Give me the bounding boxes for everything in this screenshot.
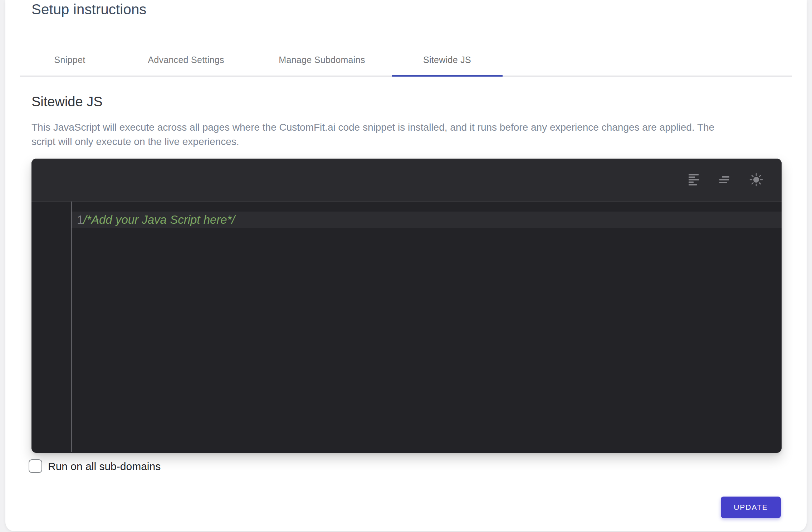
sitewide-js-code-editor: 1 ▾ /*Add your Java Script here*/ [31, 159, 782, 453]
code-input-area[interactable]: 1 ▾ /*Add your Java Script here*/ [31, 202, 782, 452]
align-right-icon[interactable] [719, 176, 729, 183]
setup-tabs: Snippet Advanced Settings Manage Subdoma… [20, 43, 792, 77]
line-number: 1 [31, 212, 84, 228]
editor-toolbar [31, 159, 782, 202]
page-title: Setup instructions [31, 1, 147, 18]
section-description-line-2: script will only execute on the live exp… [31, 135, 768, 149]
section-description: This JavaScript will execute across all … [31, 120, 768, 149]
update-button[interactable]: UPDATE [721, 497, 781, 518]
tab-snippet[interactable]: Snippet [20, 43, 120, 77]
section-description-line-1: This JavaScript will execute across all … [31, 120, 768, 135]
tab-sitewide-js[interactable]: Sitewide JS [392, 43, 503, 77]
code-comment-text: /*Add your Java Script here*/ [83, 212, 235, 228]
run-all-subdomains-label: Run on all sub-domains [48, 459, 161, 473]
tab-advanced-settings[interactable]: Advanced Settings [120, 43, 252, 77]
gutter-divider [71, 202, 72, 452]
align-left-icon[interactable] [689, 174, 699, 185]
run-all-subdomains-checkbox[interactable] [29, 459, 42, 473]
theme-sun-icon[interactable] [749, 173, 763, 187]
section-heading: Sitewide JS [31, 94, 103, 110]
tab-manage-subdomains[interactable]: Manage Subdomains [252, 43, 392, 77]
